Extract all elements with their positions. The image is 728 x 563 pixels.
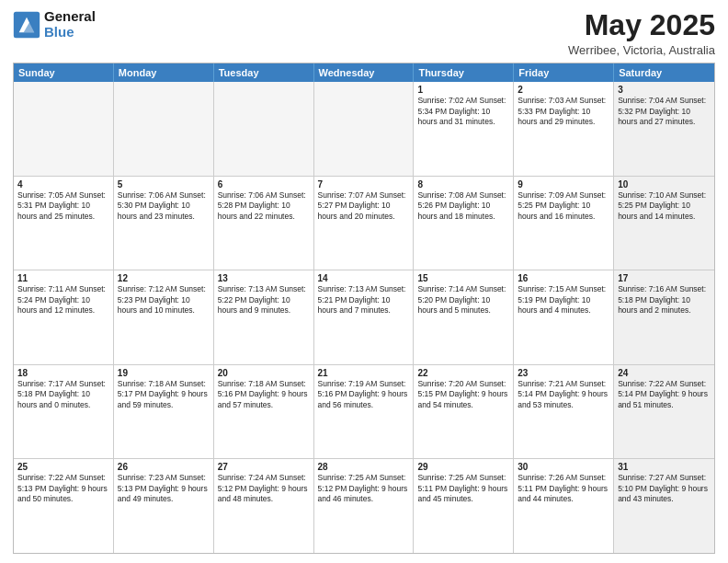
cell-info: Sunrise: 7:19 AM Sunset: 5:16 PM Dayligh… (318, 379, 410, 410)
calendar-cell-14: 14Sunrise: 7:13 AM Sunset: 5:21 PM Dayli… (314, 270, 415, 364)
cell-info: Sunrise: 7:12 AM Sunset: 5:23 PM Dayligh… (118, 284, 210, 316)
calendar-cell-13: 13Sunrise: 7:13 AM Sunset: 5:22 PM Dayli… (214, 270, 314, 364)
calendar-cell-21: 21Sunrise: 7:19 AM Sunset: 5:16 PM Dayli… (314, 365, 415, 459)
day-number: 1 (417, 85, 509, 95)
cell-info: Sunrise: 7:09 AM Sunset: 5:25 PM Dayligh… (518, 190, 609, 222)
calendar-cell-24: 24Sunrise: 7:22 AM Sunset: 5:14 PM Dayli… (614, 365, 714, 459)
calendar-cell-9: 9Sunrise: 7:09 AM Sunset: 5:25 PM Daylig… (514, 177, 614, 270)
cell-info: Sunrise: 7:27 AM Sunset: 5:10 PM Dayligh… (618, 473, 711, 504)
cell-info: Sunrise: 7:22 AM Sunset: 5:14 PM Dayligh… (618, 379, 711, 410)
day-number: 4 (17, 179, 109, 190)
day-number: 12 (118, 273, 210, 283)
cell-info: Sunrise: 7:21 AM Sunset: 5:14 PM Dayligh… (518, 379, 609, 410)
day-number: 27 (218, 462, 310, 472)
calendar-cell-6: 6Sunrise: 7:06 AM Sunset: 5:28 PM Daylig… (214, 177, 314, 270)
day-number: 31 (618, 462, 711, 472)
day-number: 7 (318, 179, 410, 190)
cell-info: Sunrise: 7:08 AM Sunset: 5:26 PM Dayligh… (417, 190, 509, 222)
day-number: 2 (518, 85, 609, 95)
cell-info: Sunrise: 7:24 AM Sunset: 5:12 PM Dayligh… (218, 473, 310, 504)
cell-info: Sunrise: 7:07 AM Sunset: 5:27 PM Dayligh… (318, 190, 410, 222)
weekday-header-thursday: Thursday (414, 63, 514, 82)
cell-info: Sunrise: 7:18 AM Sunset: 5:17 PM Dayligh… (118, 379, 210, 410)
calendar-row-2: 4Sunrise: 7:05 AM Sunset: 5:31 PM Daylig… (14, 176, 714, 270)
calendar-cell-25: 25Sunrise: 7:22 AM Sunset: 5:13 PM Dayli… (14, 459, 114, 553)
weekday-header-tuesday: Tuesday (214, 63, 314, 82)
calendar-body: 1Sunrise: 7:02 AM Sunset: 5:34 PM Daylig… (14, 82, 714, 553)
cell-info: Sunrise: 7:13 AM Sunset: 5:22 PM Dayligh… (218, 284, 310, 316)
day-number: 13 (218, 273, 310, 283)
day-number: 9 (518, 179, 609, 190)
calendar-cell-20: 20Sunrise: 7:18 AM Sunset: 5:16 PM Dayli… (214, 365, 314, 459)
calendar-cell-16: 16Sunrise: 7:15 AM Sunset: 5:19 PM Dayli… (514, 270, 614, 364)
cell-info: Sunrise: 7:02 AM Sunset: 5:34 PM Dayligh… (417, 96, 509, 127)
day-number: 19 (118, 368, 210, 378)
cell-info: Sunrise: 7:17 AM Sunset: 5:18 PM Dayligh… (17, 379, 109, 410)
calendar-cell-19: 19Sunrise: 7:18 AM Sunset: 5:17 PM Dayli… (114, 365, 214, 459)
cell-info: Sunrise: 7:23 AM Sunset: 5:13 PM Dayligh… (118, 473, 210, 504)
day-number: 24 (618, 368, 711, 378)
calendar-row-1: 1Sunrise: 7:02 AM Sunset: 5:34 PM Daylig… (14, 82, 714, 176)
calendar-cell-empty-2 (214, 82, 314, 176)
calendar-cell-empty-0 (14, 82, 114, 176)
cell-info: Sunrise: 7:06 AM Sunset: 5:28 PM Dayligh… (218, 190, 310, 222)
day-number: 30 (518, 462, 609, 472)
month-year: May 2025 (568, 9, 715, 41)
day-number: 29 (417, 462, 509, 472)
calendar-cell-3: 3Sunrise: 7:04 AM Sunset: 5:32 PM Daylig… (614, 82, 714, 176)
cell-info: Sunrise: 7:13 AM Sunset: 5:21 PM Dayligh… (318, 284, 410, 316)
calendar-cell-8: 8Sunrise: 7:08 AM Sunset: 5:26 PM Daylig… (414, 177, 514, 270)
calendar-cell-1: 1Sunrise: 7:02 AM Sunset: 5:34 PM Daylig… (414, 82, 514, 176)
calendar-row-4: 18Sunrise: 7:17 AM Sunset: 5:18 PM Dayli… (14, 364, 714, 459)
logo-icon (13, 11, 40, 39)
title-block: May 2025 Werribee, Victoria, Australia (568, 9, 715, 57)
page: General Blue May 2025 Werribee, Victoria… (0, 0, 728, 563)
day-number: 6 (218, 179, 310, 190)
logo-line2: Blue (44, 24, 74, 40)
calendar-row-5: 25Sunrise: 7:22 AM Sunset: 5:13 PM Dayli… (14, 458, 714, 553)
calendar-cell-18: 18Sunrise: 7:17 AM Sunset: 5:18 PM Dayli… (14, 365, 114, 459)
logo: General Blue (13, 9, 96, 40)
cell-info: Sunrise: 7:03 AM Sunset: 5:33 PM Dayligh… (518, 96, 609, 127)
day-number: 8 (417, 179, 509, 190)
day-number: 25 (17, 462, 109, 472)
calendar-cell-4: 4Sunrise: 7:05 AM Sunset: 5:31 PM Daylig… (14, 177, 114, 270)
cell-info: Sunrise: 7:05 AM Sunset: 5:31 PM Dayligh… (17, 190, 109, 222)
day-number: 17 (618, 273, 711, 283)
cell-info: Sunrise: 7:04 AM Sunset: 5:32 PM Dayligh… (618, 96, 711, 127)
cell-info: Sunrise: 7:18 AM Sunset: 5:16 PM Dayligh… (218, 379, 310, 410)
cell-info: Sunrise: 7:15 AM Sunset: 5:19 PM Dayligh… (518, 284, 609, 316)
weekday-header-saturday: Saturday (614, 63, 714, 82)
cell-info: Sunrise: 7:14 AM Sunset: 5:20 PM Dayligh… (417, 284, 509, 316)
calendar-cell-22: 22Sunrise: 7:20 AM Sunset: 5:15 PM Dayli… (414, 365, 514, 459)
logo-text: General Blue (44, 9, 96, 40)
day-number: 28 (318, 462, 410, 472)
calendar-cell-23: 23Sunrise: 7:21 AM Sunset: 5:14 PM Dayli… (514, 365, 614, 459)
calendar-cell-29: 29Sunrise: 7:25 AM Sunset: 5:11 PM Dayli… (414, 459, 514, 553)
day-number: 18 (17, 368, 109, 378)
day-number: 10 (618, 179, 711, 190)
calendar-cell-27: 27Sunrise: 7:24 AM Sunset: 5:12 PM Dayli… (214, 459, 314, 553)
day-number: 26 (118, 462, 210, 472)
calendar-cell-17: 17Sunrise: 7:16 AM Sunset: 5:18 PM Dayli… (614, 270, 714, 364)
cell-info: Sunrise: 7:25 AM Sunset: 5:11 PM Dayligh… (417, 473, 509, 504)
cell-info: Sunrise: 7:11 AM Sunset: 5:24 PM Dayligh… (17, 284, 109, 316)
cell-info: Sunrise: 7:25 AM Sunset: 5:12 PM Dayligh… (318, 473, 410, 504)
cell-info: Sunrise: 7:20 AM Sunset: 5:15 PM Dayligh… (417, 379, 509, 410)
weekday-header-sunday: Sunday (14, 63, 114, 82)
calendar-header: SundayMondayTuesdayWednesdayThursdayFrid… (14, 63, 714, 82)
day-number: 21 (318, 368, 410, 378)
cell-info: Sunrise: 7:22 AM Sunset: 5:13 PM Dayligh… (17, 473, 109, 504)
day-number: 3 (618, 85, 711, 95)
weekday-header-wednesday: Wednesday (314, 63, 415, 82)
day-number: 16 (518, 273, 609, 283)
calendar-cell-empty-3 (314, 82, 415, 176)
calendar-cell-empty-1 (114, 82, 214, 176)
calendar-cell-2: 2Sunrise: 7:03 AM Sunset: 5:33 PM Daylig… (514, 82, 614, 176)
calendar-cell-31: 31Sunrise: 7:27 AM Sunset: 5:10 PM Dayli… (614, 459, 714, 553)
day-number: 5 (118, 179, 210, 190)
calendar-cell-26: 26Sunrise: 7:23 AM Sunset: 5:13 PM Dayli… (114, 459, 214, 553)
calendar: SundayMondayTuesdayWednesdayThursdayFrid… (13, 63, 715, 554)
day-number: 11 (17, 273, 109, 283)
weekday-header-friday: Friday (514, 63, 614, 82)
